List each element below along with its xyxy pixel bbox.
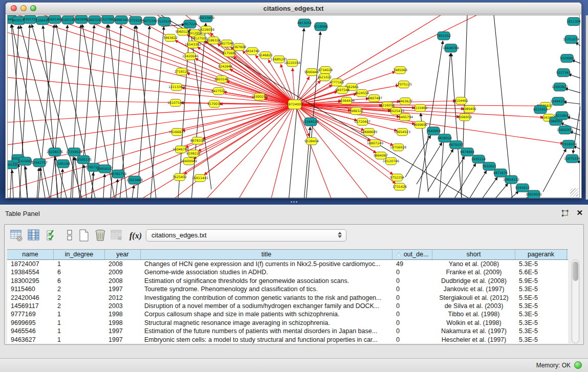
network-window-titlebar[interactable]: citations_edges.txt xyxy=(6,3,581,14)
graph-node-teal[interactable]: 15751074 xyxy=(563,35,579,43)
graph-node-yellow[interactable]: 10688609 xyxy=(361,128,377,136)
table-settings-icon[interactable] xyxy=(10,229,24,243)
graph-node-teal[interactable]: 16210643 xyxy=(554,112,570,120)
graph-node-yellow[interactable]: 7485063 xyxy=(393,67,407,74)
column-header-title[interactable]: title xyxy=(141,250,393,259)
graph-node-yellow[interactable]: 18724007 xyxy=(287,100,303,109)
graph-node-teal[interactable]: 12042757 xyxy=(31,159,48,167)
graph-node-teal[interactable]: 16648784 xyxy=(443,44,459,52)
graph-node-yellow[interactable]: 9990448 xyxy=(304,69,319,76)
graph-node-teal[interactable]: 12444154 xyxy=(550,97,567,105)
graph-node-yellow[interactable]: 7463822 xyxy=(163,34,178,41)
table-row[interactable]: 946554611997Estimation of the future num… xyxy=(7,327,568,335)
network-window[interactable]: citations_edges.txt 18724007183002957463… xyxy=(5,2,582,199)
graph-node-yellow[interactable]: 9170031 xyxy=(207,100,222,107)
float-panel-icon[interactable] xyxy=(560,209,570,218)
graph-node-yellow[interactable]: 8454749 xyxy=(245,48,259,55)
graph-node-teal[interactable]: 7632621 xyxy=(482,162,496,170)
graph-node-yellow[interactable]: 19756928 xyxy=(390,144,406,151)
graph-node-teal[interactable]: 12093822 xyxy=(552,83,568,91)
graph-node-yellow[interactable]: 8186328 xyxy=(206,37,221,44)
graph-node-yellow[interactable]: 3624554 xyxy=(355,90,369,97)
graph-node-yellow[interactable]: 9175685 xyxy=(222,50,236,57)
graph-node-teal[interactable]: 8215953 xyxy=(533,105,548,114)
graph-node-yellow[interactable]: 19654923 xyxy=(394,128,410,136)
graph-node-teal[interactable]: 9245652 xyxy=(515,184,530,192)
table-row[interactable]: 946362711997Embryonic stem cells: a mode… xyxy=(7,336,568,343)
graph-node-teal[interactable]: 7851552 xyxy=(437,32,451,40)
graph-node-yellow[interactable]: 8427552 xyxy=(211,87,226,95)
column-header-out_de[interactable]: out_de... xyxy=(393,250,432,259)
column-header-pagerank[interactable]: pagerank xyxy=(515,250,567,259)
graph-node-teal[interactable]: 11675336 xyxy=(564,155,580,163)
graph-node-teal[interactable]: 20206576 xyxy=(47,148,63,156)
graph-node-teal[interactable]: 9329966 xyxy=(560,54,574,62)
network-canvas[interactable]: 1872400718300295746382299601248912954182… xyxy=(7,15,580,198)
graph-node-yellow[interactable]: 10807487 xyxy=(366,95,382,102)
graph-node-teal[interactable]: 7515526 xyxy=(157,17,171,26)
graph-node-yellow[interactable]: 6497548 xyxy=(335,86,350,94)
table-scrollbar[interactable] xyxy=(572,259,579,343)
graph-node-teal[interactable]: 10654112 xyxy=(503,176,519,184)
table-row[interactable]: 1872400712008Changes of HCN gene express… xyxy=(7,260,568,268)
merge-rows-icon[interactable] xyxy=(63,229,77,243)
graph-node-teal[interactable]: 1527002 xyxy=(101,15,115,24)
graph-node-yellow[interactable]: 17975125 xyxy=(396,81,412,88)
graph-node-yellow[interactable]: 18220358 xyxy=(284,59,300,67)
graph-node-yellow[interactable]: 16911445 xyxy=(192,174,208,182)
graph-node-yellow[interactable]: 8878335 xyxy=(190,137,205,144)
column-header-in_degree[interactable]: in_degree xyxy=(54,250,105,259)
graph-node-teal[interactable]: 1811304 xyxy=(567,17,580,26)
graph-node-teal[interactable]: 8838924 xyxy=(438,134,452,142)
graph-node-yellow[interactable]: 19166827 xyxy=(169,128,185,136)
citation-network-graph[interactable]: 1872400718300295746382299601248912954182… xyxy=(8,15,580,199)
graph-node-teal[interactable]: 9218986 xyxy=(314,23,328,31)
graph-node-teal[interactable]: 1315682 xyxy=(18,157,32,165)
table-row[interactable]: 977716911998Corpus callosum shape and si… xyxy=(7,310,568,318)
node-table[interactable]: namein_degreeyeartitleout_de...shortpage… xyxy=(7,249,568,343)
table-row[interactable]: 1456911722003Disruption of a novel membe… xyxy=(7,302,568,310)
graph-node-yellow[interactable]: 9154461 xyxy=(454,97,468,104)
graph-node-teal[interactable]: 6879197 xyxy=(449,141,463,149)
graph-node-yellow[interactable]: 7625402 xyxy=(172,173,187,181)
graph-node-teal[interactable]: 15692971 xyxy=(557,126,573,134)
table-row[interactable]: 1938455462009Genome-wide association stu… xyxy=(7,268,568,276)
function-builder-icon[interactable]: f(x) xyxy=(129,231,144,246)
graph-node-teal[interactable]: 7857224 xyxy=(183,20,197,28)
graph-node-teal[interactable]: 12923468 xyxy=(126,176,143,184)
graph-node-teal[interactable]: 17359924 xyxy=(66,148,82,156)
graph-node-yellow[interactable]: 6734028 xyxy=(318,67,333,74)
graph-node-teal[interactable]: 1640954 xyxy=(426,127,441,135)
graph-node-teal[interactable]: 12505135 xyxy=(75,156,92,164)
table-row[interactable]: 969969511998Structural magnetic resonanc… xyxy=(7,319,568,327)
graph-node-yellow[interactable]: 9242844 xyxy=(218,63,232,70)
graph-node-teal[interactable]: 1145194 xyxy=(56,160,70,168)
graph-node-yellow[interactable]: 9884067 xyxy=(374,152,388,159)
graph-node-yellow[interactable]: 12213363 xyxy=(168,83,185,91)
graph-node-yellow[interactable]: 7986322 xyxy=(349,107,363,115)
split-pane-grabber[interactable] xyxy=(291,201,298,204)
column-header-year[interactable]: year xyxy=(105,250,141,259)
table-source-dropdown[interactable]: citations_edges.txt xyxy=(146,229,346,242)
graph-node-yellow[interactable]: 9115460 xyxy=(413,104,427,112)
graph-node-teal[interactable]: 9227343 xyxy=(556,69,571,77)
table-row[interactable]: 911546021997Tourette syndrome. Phenomeno… xyxy=(7,285,568,293)
graph-node-yellow[interactable]: 1621022 xyxy=(317,74,332,81)
graph-node-teal[interactable]: 6671338 xyxy=(143,17,157,25)
graph-node-teal[interactable]: 8813054 xyxy=(297,19,312,27)
table-row[interactable]: 1830029562008Estimation of significance … xyxy=(7,277,568,285)
graph-node-yellow[interactable]: 9777169 xyxy=(330,79,344,86)
select-rows-icon[interactable] xyxy=(46,229,60,243)
close-panel-icon[interactable]: ✕ xyxy=(576,208,583,217)
graph-node-teal[interactable]: 8471676 xyxy=(493,169,508,177)
graph-node-yellow[interactable]: 2803144 xyxy=(214,76,229,83)
graph-node-yellow[interactable]: 1731426 xyxy=(393,183,407,190)
graph-node-yellow[interactable]: 2718126 xyxy=(175,68,189,75)
table-scrollbar-thumb[interactable] xyxy=(573,261,578,281)
resize-grip[interactable] xyxy=(570,188,578,196)
graph-node-yellow[interactable]: 16107548 xyxy=(167,99,184,106)
graph-node-teal[interactable]: 8466160 xyxy=(114,16,128,24)
graph-node-yellow[interactable]: 2367608 xyxy=(232,43,246,51)
graph-node-teal[interactable]: 15344516 xyxy=(302,118,319,126)
graph-node-yellow[interactable]: 9198222 xyxy=(186,150,201,157)
